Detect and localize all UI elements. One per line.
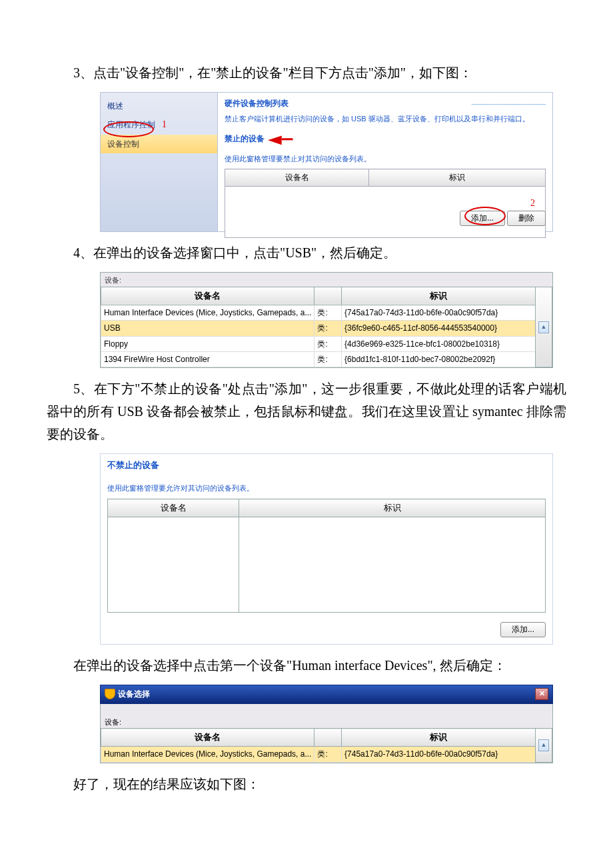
- add-button[interactable]: 添加...: [500, 622, 546, 637]
- dialog-title: 设备选择: [118, 687, 150, 701]
- paragraph-7: 好了，现在的结果应该如下图：: [47, 773, 566, 795]
- screenshot-device-list: 设备: 设备名 标识 ▲ Human Interface Devices (Mi…: [100, 272, 553, 368]
- col-type-blank: [314, 729, 342, 747]
- screenshot-device-selection-dialog: 设备选择 ✕ 设备: 设备名 标识 ▲ Human Interface Devi…: [100, 685, 553, 763]
- col-device-id: 标识: [342, 287, 536, 305]
- device-selection-table: 设备名 标识 ▲ Human Interface Devices (Mice, …: [101, 287, 552, 368]
- excluded-devices-table: 设备名 标识: [107, 499, 546, 613]
- blocked-devices-heading: 禁止的设备: [225, 132, 265, 145]
- annotation-arrow-icon: ◀━: [268, 129, 293, 150]
- blocked-devices-table: 设备名 标识: [225, 169, 546, 237]
- scroll-up-icon[interactable]: ▲: [538, 321, 549, 333]
- devices-label: 设备:: [101, 273, 552, 287]
- paragraph-5: 5、在下方"不禁止的设备"处点击"添加"，这一步很重要，不做此处理的话客户端机器…: [47, 377, 566, 445]
- paragraph-3: 3、点击"设备控制"，在"禁止的设备"栏目下方点击"添加"，如下图：: [47, 61, 566, 84]
- panel-title: 硬件设备控制列表: [225, 97, 289, 110]
- shield-icon: [105, 689, 115, 699]
- excluded-hint: 使用此窗格管理要允许对其访问的设备列表。: [107, 482, 546, 495]
- table-row[interactable]: 1394 FireWire Host Controller类:{6bdd1fc1…: [101, 351, 552, 367]
- sidebar: 概述 应用程序控制 设备控制 1: [101, 93, 218, 231]
- col-device-id: 标识: [369, 169, 546, 186]
- table-row[interactable]: Human Interface Devices (Mice, Joysticks…: [101, 305, 552, 320]
- scrollbar[interactable]: ▲: [536, 729, 552, 762]
- dialog-titlebar: 设备选择 ✕: [100, 685, 553, 703]
- devices-label: 设备:: [101, 715, 552, 729]
- screenshot-device-control-panel: 概述 应用程序控制 设备控制 1 硬件设备控制列表 ··············…: [100, 92, 553, 232]
- paragraph-6: 在弹出的设备选择中点击第一个设备"Human interface Devices…: [47, 654, 566, 677]
- col-device-id: 标识: [239, 499, 546, 517]
- sidebar-item-app-control[interactable]: 应用程序控制: [101, 115, 217, 134]
- panel-description: 禁止客户端计算机进行访问的设备，如 USB 驱动器、蓝牙设备、打印机以及串行和并…: [225, 113, 546, 125]
- excluded-devices-heading: 不禁止的设备: [107, 458, 546, 473]
- table-row-selected[interactable]: Human Interface Devices (Mice, Joysticks…: [101, 747, 552, 762]
- dialog-device-table: 设备名 标识 ▲ Human Interface Devices (Mice, …: [101, 728, 552, 762]
- delete-button[interactable]: 删除: [507, 211, 546, 226]
- scroll-up-icon[interactable]: ▲: [538, 739, 549, 751]
- sidebar-item-device-control[interactable]: 设备控制: [101, 135, 217, 153]
- col-device-id: 标识: [342, 729, 536, 747]
- annotation-number-1: 1: [162, 117, 167, 133]
- scrollbar[interactable]: ▲: [536, 287, 552, 367]
- table-row-selected[interactable]: USB类:{36fc9e60-c465-11cf-8056-4445535400…: [101, 321, 552, 336]
- paragraph-4: 4、在弹出的设备选择窗口中，点击"USB"，然后确定。: [47, 241, 566, 264]
- col-type-blank: [314, 287, 342, 305]
- table-row[interactable]: Floppy类:{4d36e969-e325-11ce-bfc1-08002be…: [101, 336, 552, 351]
- annotation-number-2: 2: [530, 195, 535, 211]
- blocked-hint: 使用此窗格管理要禁止对其访问的设备列表。: [225, 153, 546, 165]
- main-panel: 硬件设备控制列表 ·······························…: [218, 93, 552, 231]
- close-button[interactable]: ✕: [535, 688, 548, 700]
- col-device-name: 设备名: [101, 287, 314, 305]
- col-device-name: 设备名: [101, 729, 314, 747]
- sidebar-item-overview[interactable]: 概述: [101, 97, 217, 115]
- screenshot-excluded-devices: 不禁止的设备 使用此窗格管理要允许对其访问的设备列表。 设备名 标识 添加...: [100, 453, 553, 645]
- add-button[interactable]: 添加...: [460, 211, 505, 226]
- col-device-name: 设备名: [225, 169, 369, 186]
- col-device-name: 设备名: [108, 499, 239, 517]
- divider-dots: ········································…: [471, 99, 546, 110]
